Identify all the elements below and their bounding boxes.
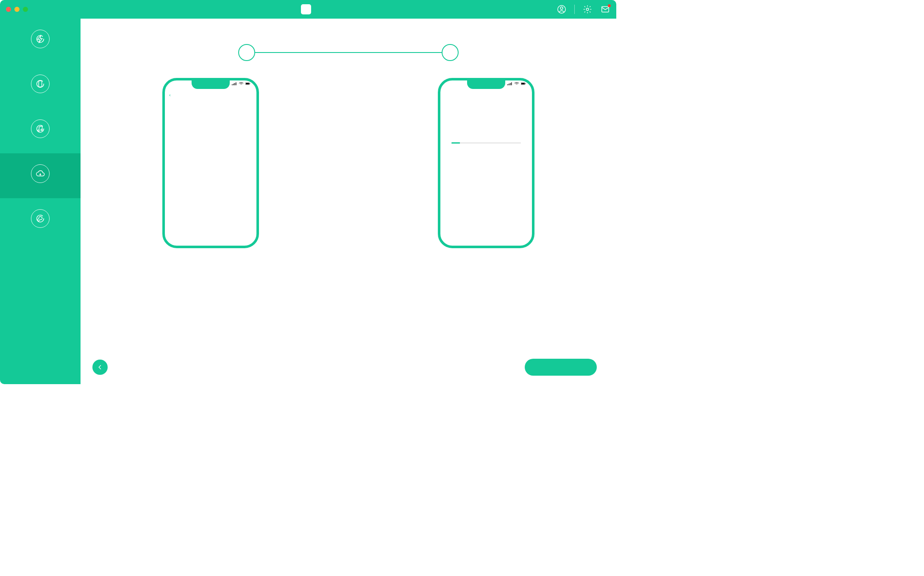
svg-rect-12 [246, 83, 249, 84]
svg-rect-4 [39, 81, 42, 87]
stepper [81, 44, 616, 61]
sidebar-item-repair-ios[interactable] [0, 198, 81, 243]
svg-rect-15 [509, 84, 509, 86]
titlebar-divider [574, 5, 575, 14]
svg-rect-19 [521, 83, 525, 84]
battery-icon [521, 82, 526, 86]
mail-badge [608, 4, 611, 7]
sidebar-item-itunes[interactable] [0, 108, 81, 153]
back-button[interactable] [92, 360, 108, 375]
svg-point-1 [560, 7, 563, 9]
cloud-download-icon [31, 164, 50, 183]
svg-rect-16 [510, 83, 511, 85]
music-refresh-icon [31, 119, 50, 138]
phone-mockup-step3: ‹ [162, 78, 259, 248]
battery-icon [245, 82, 250, 86]
svg-rect-9 [234, 83, 235, 85]
sidebar-item-ios-device[interactable] [0, 64, 81, 108]
svg-rect-3 [602, 7, 609, 12]
panel-step-4 [406, 78, 567, 263]
next-button[interactable] [525, 359, 597, 376]
phone-mockup-step4 [438, 78, 534, 248]
svg-rect-10 [236, 83, 237, 86]
step-3-circle [238, 44, 255, 61]
svg-point-2 [586, 8, 589, 11]
sidebar-item-smart-recovery[interactable] [0, 19, 81, 64]
svg-rect-17 [511, 83, 512, 86]
svg-point-6 [41, 129, 42, 131]
wrench-refresh-icon [31, 209, 50, 228]
phone-notch [467, 80, 505, 89]
titlebar [0, 0, 616, 19]
app-title-group [301, 4, 315, 14]
lightning-refresh-icon [31, 30, 50, 48]
step-line [255, 52, 442, 53]
sidebar-item-icloud[interactable] [0, 153, 81, 198]
phone-refresh-icon [31, 75, 50, 93]
close-window-button[interactable] [6, 7, 11, 12]
wifi-icon [239, 82, 244, 86]
window-controls [0, 7, 28, 12]
step-4-circle [442, 44, 459, 61]
restore-progress [451, 142, 521, 144]
svg-rect-8 [233, 84, 234, 86]
mail-icon[interactable] [600, 4, 610, 14]
phone-indicators [232, 82, 250, 86]
phone-notch [192, 80, 230, 89]
settings-icon[interactable] [582, 4, 593, 14]
svg-rect-14 [507, 84, 508, 85]
app-logo-icon [301, 4, 311, 14]
screen1-back-link: ‹ [169, 92, 171, 97]
phone-indicators [507, 82, 526, 86]
account-icon[interactable] [557, 4, 567, 14]
signal-icon [232, 82, 237, 86]
maximize-window-button[interactable] [23, 7, 28, 12]
wifi-icon [514, 82, 519, 86]
minimize-window-button[interactable] [14, 7, 19, 12]
main-content: ‹ [81, 19, 616, 384]
sidebar [0, 19, 81, 384]
panel-step-3: ‹ [130, 78, 291, 263]
svg-rect-7 [232, 84, 233, 85]
signal-icon [507, 82, 512, 86]
svg-rect-20 [525, 83, 526, 84]
svg-rect-13 [250, 83, 250, 84]
